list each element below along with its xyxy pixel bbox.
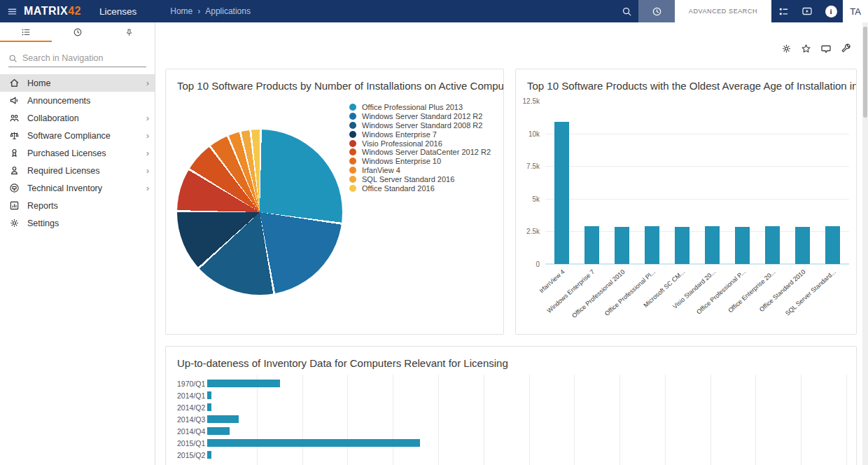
bar[interactable] bbox=[675, 227, 690, 264]
legend-item[interactable]: Visio Professional 2016 bbox=[349, 139, 491, 148]
y-axis-tick: 0 bbox=[516, 261, 540, 268]
sidebar-item-technical-inventory[interactable]: Technical Inventory› bbox=[0, 179, 155, 197]
sidebar-item-purchased-licenses[interactable]: Purchased Licenses› bbox=[0, 144, 155, 162]
bar[interactable] bbox=[735, 227, 750, 264]
screen-play-icon[interactable] bbox=[795, 0, 819, 22]
matrix42-logo[interactable]: MATRIX42 bbox=[24, 5, 81, 18]
sidebar-navigation-list: Home›AnnouncementsCollaboration›Software… bbox=[0, 74, 155, 232]
legend-item[interactable]: Windows Enterprise 7 bbox=[349, 130, 491, 139]
sidebar-item-reports[interactable]: Reports bbox=[0, 197, 155, 214]
y-axis-tick: 5k bbox=[516, 195, 540, 203]
user-avatar[interactable]: TA bbox=[843, 0, 868, 22]
application-window: MATRIX42 Licenses Home › Applications bbox=[0, 0, 868, 465]
legend-item[interactable]: Office Professional Plus 2013 bbox=[349, 103, 491, 112]
sidebar-tab-pinned[interactable] bbox=[103, 22, 155, 42]
chat-bubble-icon[interactable] bbox=[820, 43, 832, 55]
bar[interactable] bbox=[765, 226, 780, 264]
legend-label: Office Standard 2016 bbox=[362, 184, 435, 193]
bar-chart: IrfanView 4Windows Enterprise 7Office Pr… bbox=[516, 69, 858, 335]
pie-chart[interactable] bbox=[177, 130, 342, 295]
bar[interactable] bbox=[584, 226, 599, 264]
hamburger-icon[interactable] bbox=[0, 6, 24, 17]
sidebar-item-software-compliance[interactable]: Software Compliance› bbox=[0, 127, 155, 144]
legend-item[interactable]: Windows Enterprise 10 bbox=[349, 157, 491, 166]
legend-dot-icon bbox=[349, 148, 356, 155]
bar[interactable] bbox=[207, 391, 211, 399]
breadcrumb-home[interactable]: Home bbox=[170, 6, 192, 16]
y-axis-tick: 7.5k bbox=[516, 162, 540, 170]
bar-track bbox=[207, 427, 845, 435]
sidebar-item-collaboration[interactable]: Collaboration› bbox=[0, 109, 155, 127]
sidebar-tab-history[interactable] bbox=[52, 22, 104, 42]
horizontal-bar-chart: 1970/Q12014/Q12014/Q22014/Q32014/Q42015/… bbox=[177, 377, 845, 465]
sidebar-item-label: Reports bbox=[27, 201, 58, 211]
gear-icon bbox=[8, 218, 20, 228]
bar[interactable] bbox=[207, 380, 280, 387]
scrollbar-thumb[interactable] bbox=[863, 27, 867, 118]
sidebar-tab-navigation[interactable] bbox=[0, 22, 52, 42]
vertical-scrollbar[interactable] bbox=[862, 22, 868, 465]
legend-dot-icon bbox=[349, 176, 356, 183]
legend-item[interactable]: Windows Server Standard 2008 R2 bbox=[349, 121, 491, 130]
bar-track bbox=[207, 403, 845, 411]
bar[interactable] bbox=[825, 226, 840, 264]
sidebar-item-label: Required Licenses bbox=[27, 166, 100, 176]
legend-label: Visio Professional 2016 bbox=[362, 139, 442, 148]
x-axis-labels: IrfanView 4Windows Enterprise 7Office Pr… bbox=[545, 265, 849, 333]
legend-item[interactable]: Windows Server Standard 2012 R2 bbox=[349, 112, 491, 121]
scales-icon bbox=[8, 130, 20, 141]
legend-label: Windows Enterprise 10 bbox=[362, 157, 441, 165]
bar[interactable] bbox=[207, 415, 239, 423]
breadcrumb: Home › Applications bbox=[170, 6, 251, 16]
chevron-right-icon: › bbox=[146, 78, 149, 88]
legend-item[interactable]: SQL Server Standard 2016 bbox=[349, 174, 491, 183]
bar[interactable] bbox=[554, 122, 569, 264]
report-icon bbox=[8, 200, 20, 211]
sidebar-item-required-licenses[interactable]: Required Licenses› bbox=[0, 162, 155, 179]
pie-legend: Office Professional Plus 2013Windows Ser… bbox=[349, 103, 491, 193]
x-axis-label: Office Professional 2010 bbox=[570, 268, 626, 319]
license-icon bbox=[8, 148, 20, 158]
bar[interactable] bbox=[645, 226, 659, 264]
apps-grid-icon[interactable] bbox=[771, 0, 795, 22]
sidebar-item-settings[interactable]: Settings bbox=[0, 214, 155, 232]
star-icon[interactable] bbox=[801, 43, 811, 55]
bar-plot-area bbox=[545, 101, 849, 264]
legend-item[interactable]: Office Standard 2016 bbox=[349, 183, 491, 193]
sidebar-item-home[interactable]: Home› bbox=[0, 74, 155, 92]
chevron-right-icon: › bbox=[146, 113, 149, 123]
person-icon bbox=[8, 165, 20, 176]
card-top10-installations: Top 10 Software Products by Number of In… bbox=[165, 69, 504, 335]
bar[interactable] bbox=[615, 227, 629, 264]
wrench-icon[interactable] bbox=[841, 43, 851, 55]
sidebar-item-label: Announcements bbox=[27, 96, 90, 106]
bar[interactable] bbox=[207, 427, 230, 435]
x-axis-label: SQL Server Standard... bbox=[784, 268, 837, 317]
sidebar-item-label: Purchased Licenses bbox=[27, 148, 106, 158]
chevron-right-icon: › bbox=[146, 148, 149, 158]
info-icon[interactable]: i bbox=[819, 0, 843, 22]
bar[interactable] bbox=[795, 227, 810, 264]
legend-dot-icon bbox=[349, 131, 356, 138]
sidebar-search bbox=[8, 53, 146, 67]
bar[interactable] bbox=[207, 451, 211, 459]
legend-dot-icon bbox=[349, 140, 356, 147]
search-icon[interactable] bbox=[615, 0, 638, 22]
y-axis-tick: 10k bbox=[516, 130, 540, 138]
clock-icon bbox=[73, 27, 83, 37]
app-menu-licenses[interactable]: Licenses bbox=[99, 6, 136, 17]
legend-item[interactable]: Windows Server DataCenter 2012 R2 bbox=[349, 148, 491, 157]
sidebar-search-input[interactable] bbox=[22, 53, 134, 63]
bar[interactable] bbox=[207, 403, 211, 411]
hbar-row: 2015/Q2 bbox=[177, 449, 845, 461]
bar[interactable] bbox=[207, 439, 420, 447]
x-axis-label: IrfanView 4 bbox=[538, 268, 566, 294]
breadcrumb-current[interactable]: Applications bbox=[205, 6, 251, 16]
gear-icon[interactable] bbox=[781, 43, 792, 55]
hbar-row: 2014/Q4 bbox=[177, 425, 845, 437]
legend-item[interactable]: IrfanView 4 bbox=[349, 166, 491, 175]
history-icon[interactable] bbox=[638, 0, 675, 22]
bar[interactable] bbox=[705, 226, 720, 264]
sidebar-item-announcements[interactable]: Announcements bbox=[0, 92, 155, 109]
global-search-input[interactable] bbox=[675, 0, 771, 22]
